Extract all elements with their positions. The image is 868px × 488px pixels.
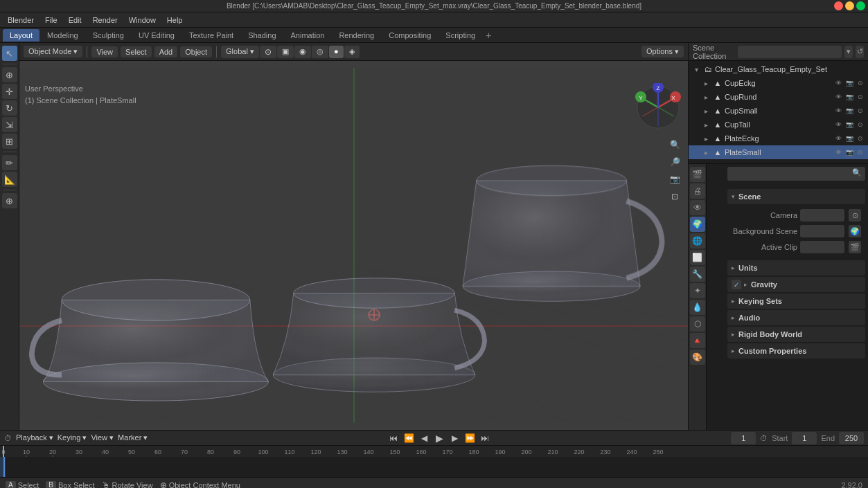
timeline-view-menu[interactable]: View ▾	[91, 433, 114, 442]
prop-tab-output[interactable]: 🖨	[690, 183, 705, 199]
prop-tab-scene[interactable]: 🌍	[690, 217, 705, 232]
platesmall-visibility[interactable]: 👁	[833, 147, 843, 157]
platesmall-camera[interactable]: 📷	[844, 147, 854, 157]
jump-start-button[interactable]: ⏮	[387, 432, 400, 444]
navigation-gizmo[interactable]: X Y Z	[634, 83, 682, 132]
tab-compositing[interactable]: Compositing	[382, 29, 438, 42]
tab-scripting[interactable]: Scripting	[439, 29, 482, 42]
cuprund-camera[interactable]: 📷	[844, 92, 854, 102]
outliner-item-cupsmall[interactable]: ▸ ▲ CupSmall 👁 📷 ⊙	[689, 104, 868, 118]
tab-animation[interactable]: Animation	[284, 29, 332, 42]
close-button[interactable]	[834, 1, 843, 10]
prop-tab-view-layer[interactable]: 👁	[690, 200, 705, 215]
tool-annotate[interactable]: ✏	[2, 155, 17, 170]
outliner-search-input[interactable]	[738, 46, 842, 58]
keying-sets-section-header[interactable]: ▸ Keying Sets	[727, 293, 865, 309]
prev-keyframe-button[interactable]: ⏪	[402, 432, 415, 444]
outliner-filter-button[interactable]: ▾	[844, 46, 853, 58]
timeline-keying-menu[interactable]: Keying ▾	[57, 433, 87, 442]
menu-file[interactable]: File	[40, 15, 62, 26]
expand-scene[interactable]: ▾	[691, 64, 701, 74]
options-button[interactable]: Options ▾	[641, 46, 684, 57]
prop-tab-render[interactable]: 🎬	[690, 167, 705, 182]
shading-material[interactable]: ◎	[312, 46, 328, 58]
menu-render[interactable]: Render	[88, 15, 123, 26]
plateeckg-camera[interactable]: 📷	[844, 134, 854, 143]
start-frame-input[interactable]	[792, 432, 817, 444]
xray-toggle[interactable]: ▣	[277, 46, 294, 58]
viewport-overlay-toggle[interactable]: ⊙	[260, 46, 276, 58]
cuprund-render[interactable]: ⊙	[856, 92, 865, 102]
end-frame-input[interactable]	[839, 432, 864, 444]
plateeckg-visibility[interactable]: 👁	[833, 134, 843, 143]
outliner-item-cuprund[interactable]: ▸ ▲ CupRund 👁 📷 ⊙	[689, 90, 868, 104]
units-section-header[interactable]: ▸ Units	[727, 260, 865, 275]
tool-move[interactable]: ✛	[2, 84, 17, 99]
outliner-sync-button[interactable]: ↺	[856, 46, 864, 58]
viewport-canvas[interactable]: User Perspective (1) Scene Collection | …	[19, 61, 688, 430]
play-button[interactable]: ▶	[433, 432, 445, 444]
bg-scene-value[interactable]	[800, 225, 844, 237]
shading-eevee[interactable]: ◈	[344, 46, 360, 58]
expand-plateeckg[interactable]: ▸	[701, 134, 711, 143]
shading-solid[interactable]: ◉	[294, 46, 311, 58]
tool-cursor[interactable]: ⊕	[2, 67, 17, 82]
outliner-scene-collection[interactable]: ▾ 🗂 Clear_Glass_Teacup_Empty_Set	[689, 62, 868, 76]
tab-sculpting[interactable]: Sculpting	[86, 29, 131, 42]
view-menu-button[interactable]: View	[91, 46, 118, 57]
bg-scene-icon[interactable]: 🌍	[849, 225, 861, 237]
cupeckg-render[interactable]: ⊙	[856, 78, 865, 88]
cupeckg-visibility[interactable]: 👁	[833, 78, 843, 88]
cupsmall-render[interactable]: ⊙	[856, 106, 865, 116]
expand-cupsmall[interactable]: ▸	[701, 106, 711, 116]
timeline-playback-menu[interactable]: Playback ▾	[16, 433, 53, 442]
plateeckg-render[interactable]: ⊙	[856, 134, 865, 143]
cupsmall-visibility[interactable]: 👁	[833, 106, 843, 116]
platesmall-render[interactable]: ⊙	[856, 147, 865, 157]
object-mode-button[interactable]: Object Mode ▾	[24, 46, 82, 57]
tool-select[interactable]: ↖	[2, 46, 17, 61]
frame-selected-button[interactable]: ⊡	[667, 189, 682, 204]
menu-window[interactable]: Window	[124, 15, 161, 26]
tab-shading[interactable]: Shading	[241, 29, 283, 42]
cuptall-visibility[interactable]: 👁	[833, 120, 843, 129]
global-local-button[interactable]: Global ▾	[221, 46, 259, 58]
timeline-marker-menu[interactable]: Marker ▾	[118, 433, 148, 442]
menu-blender[interactable]: Blender	[3, 15, 39, 26]
outliner-item-cupeckg[interactable]: ▸ ▲ CupEckg 👁 📷 ⊙	[689, 76, 868, 90]
add-menu-button[interactable]: Add	[154, 46, 178, 57]
prop-tab-physics[interactable]: 💧	[690, 300, 705, 315]
viewport[interactable]: Object Mode ▾ View Select Add Object Glo…	[19, 43, 688, 430]
timeline-track[interactable]: 0 10 20 30 40 50 60 70 80 90 100 110 120…	[0, 446, 868, 477]
gravity-checkbox[interactable]: ✓	[732, 280, 741, 289]
outliner-item-cuptall[interactable]: ▸ ▲ CupTall 👁 📷 ⊙	[689, 118, 868, 132]
prev-frame-button[interactable]: ◀	[418, 432, 430, 444]
minimize-button[interactable]	[845, 1, 854, 10]
add-workspace-button[interactable]: +	[486, 30, 491, 41]
cuptall-camera[interactable]: 📷	[844, 120, 854, 129]
tab-uv-editing[interactable]: UV Editing	[132, 29, 181, 42]
next-frame-button[interactable]: ▶	[448, 432, 461, 444]
tool-scale[interactable]: ⇲	[2, 117, 17, 132]
active-clip-value[interactable]	[800, 241, 844, 253]
cuprund-visibility[interactable]: 👁	[833, 92, 843, 102]
tab-rendering[interactable]: Rendering	[332, 29, 381, 42]
camera-pick-button[interactable]: ⊙	[849, 209, 861, 222]
tab-texture-paint[interactable]: Texture Paint	[182, 29, 240, 42]
tool-measure[interactable]: 📐	[2, 172, 17, 187]
zoom-out-button[interactable]: 🔎	[667, 154, 682, 170]
rigid-body-section-header[interactable]: ▸ Rigid Body World	[727, 327, 865, 342]
tool-rotate[interactable]: ↻	[2, 100, 17, 116]
outliner-item-platesmall[interactable]: ▸ ▲ PlateSmall 👁 📷 ⊙	[689, 145, 868, 159]
prop-tab-modifiers[interactable]: 🔧	[690, 266, 705, 282]
prop-tab-particles[interactable]: ✦	[690, 283, 705, 298]
expand-platesmall[interactable]: ▸	[701, 147, 711, 157]
tab-layout[interactable]: Layout	[3, 29, 39, 42]
camera-value[interactable]	[800, 209, 844, 222]
maximize-button[interactable]	[856, 1, 865, 10]
tab-modeling[interactable]: Modeling	[40, 29, 85, 42]
select-menu-button[interactable]: Select	[121, 46, 152, 57]
tool-transform[interactable]: ⊞	[2, 134, 17, 149]
prop-tab-material[interactable]: 🎨	[690, 350, 705, 365]
gravity-section-header[interactable]: ✓ ▸ Gravity	[727, 277, 865, 292]
